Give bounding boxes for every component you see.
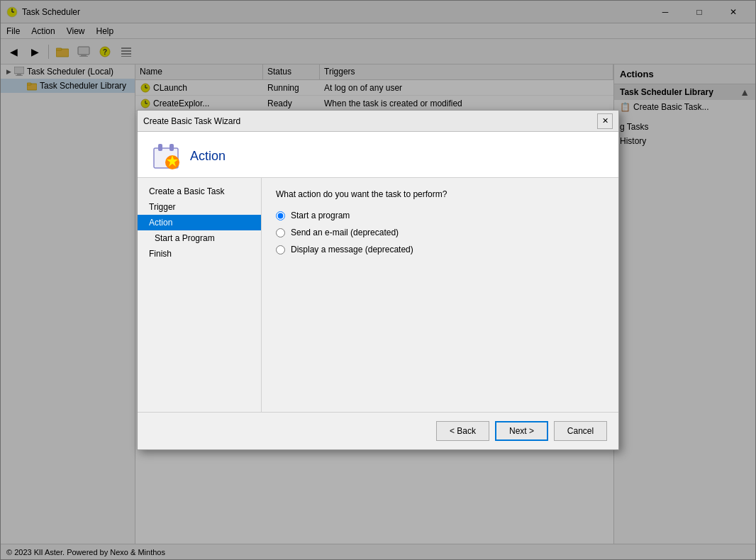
radio-input-start-program[interactable] [276,211,285,220]
dialog-title: Create Basic Task Wizard [143,116,597,126]
radio-input-display-message[interactable] [276,245,285,254]
svg-rect-26 [158,144,162,151]
wizard-header-title: Action [190,149,226,164]
radio-group: Start a program Send an e-mail (deprecat… [276,211,604,254]
radio-display-message[interactable]: Display a message (deprecated) [276,245,604,254]
nav-item-trigger[interactable]: Trigger [138,199,261,215]
cancel-button[interactable]: Cancel [554,421,607,441]
wizard-header-icon [152,142,180,170]
dialog-close-button[interactable]: ✕ [597,113,613,129]
nav-item-create-basic[interactable]: Create a Basic Task [138,184,261,199]
radio-send-email[interactable]: Send an e-mail (deprecated) [276,228,604,237]
radio-start-program[interactable]: Start a program [276,211,604,220]
dialog-nav: Create a Basic Task Trigger Action Start… [138,178,262,412]
radio-label-start-program: Start a program [291,211,350,220]
nav-item-finish[interactable]: Finish [138,246,261,262]
back-button[interactable]: < Back [436,421,489,441]
radio-label-send-email: Send an e-mail (deprecated) [291,228,399,237]
modal-overlay: Create Basic Task Wizard ✕ Action [0,0,756,560]
wizard-header: Action [138,132,618,178]
dialog-question: What action do you want the task to perf… [276,189,604,199]
next-button[interactable]: Next > [495,421,548,441]
svg-rect-27 [169,144,174,151]
dialog-title-bar: Create Basic Task Wizard ✕ [138,111,618,132]
dialog-footer: < Back Next > Cancel [138,412,618,449]
nav-item-start-program[interactable]: Start a Program [138,230,261,246]
radio-label-display-message: Display a message (deprecated) [291,245,413,254]
dialog-content: What action do you want the task to perf… [262,178,618,412]
radio-input-send-email[interactable] [276,228,285,237]
dialog: Create Basic Task Wizard ✕ Action [137,110,619,450]
nav-item-action[interactable]: Action [138,215,261,230]
dialog-body: Create a Basic Task Trigger Action Start… [138,178,618,412]
